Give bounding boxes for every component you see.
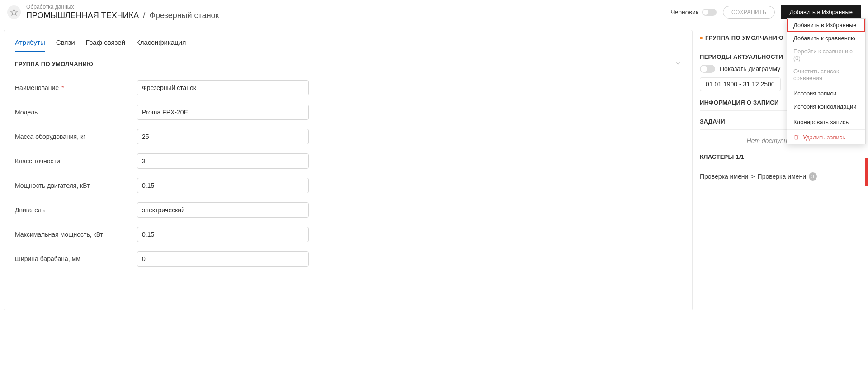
field-label: Класс точности — [15, 157, 137, 165]
field-input[interactable] — [137, 105, 309, 120]
field-label: Наименование * — [15, 84, 137, 91]
field-input[interactable] — [137, 227, 309, 242]
field-label: Ширина барабана, мм — [15, 255, 137, 262]
field-input[interactable] — [137, 80, 309, 95]
svg-marker-0 — [11, 9, 18, 15]
cluster-count-badge: 3 — [809, 172, 817, 181]
field-label: Максимальная мощность, кВт — [15, 231, 137, 238]
field-label: Масса оборудования, кг — [15, 133, 137, 140]
field-input[interactable] — [137, 202, 309, 218]
breadcrumb-current: Фрезерный станок — [149, 11, 219, 20]
period-chip[interactable]: 01.01.1900 - 31.12.2500 — [700, 77, 781, 91]
chevron-down-icon[interactable] — [675, 60, 681, 68]
field-label: Мощность двигателя, кВт — [15, 182, 137, 189]
draft-toggle[interactable] — [702, 9, 717, 16]
menu-item: Перейти к сравнению (0) — [787, 45, 865, 65]
right-edge-handle[interactable] — [865, 158, 868, 186]
menu-item[interactable]: Удалить запись — [787, 131, 865, 144]
group-title: ГРУППА ПО УМОЛЧАНИЮ — [15, 61, 93, 67]
side-clusters-title: КЛАСТЕРЫ 1/1 — [700, 153, 860, 160]
menu-item[interactable]: История записи — [787, 87, 865, 100]
menu-item[interactable]: Клонировать запись — [787, 115, 865, 129]
tab-Связи[interactable]: Связи — [56, 35, 75, 52]
breadcrumb-root-link[interactable]: ПРОМЫШЛЕННАЯ ТЕХНИКА — [26, 11, 139, 20]
save-button[interactable]: СОХРАНИТЬ — [723, 6, 775, 19]
favorite-star-button[interactable] — [7, 5, 21, 19]
field-input[interactable] — [137, 129, 309, 144]
show-diagram-label: Показать диаграмму — [720, 65, 780, 72]
menu-item[interactable]: История консолидации — [787, 100, 865, 113]
show-diagram-toggle[interactable] — [700, 65, 715, 73]
add-to-favorites-button[interactable]: Добавить в Избранные — [781, 5, 861, 19]
field-input[interactable] — [137, 153, 309, 169]
required-marker: * — [60, 84, 64, 91]
tabs: АтрибутыСвязиГраф связейКлассификация — [15, 35, 681, 52]
menu-item: Очистить список сравнения — [787, 65, 865, 85]
svg-rect-1 — [795, 136, 798, 139]
field-input[interactable] — [137, 178, 309, 193]
draft-label: Черновик — [670, 9, 698, 16]
trash-icon — [793, 134, 799, 140]
breadcrumb: ПРОМЫШЛЕННАЯ ТЕХНИКА / Фрезерный станок — [26, 11, 670, 20]
field-label: Двигатель — [15, 206, 137, 214]
menu-item[interactable]: Добавить в Избранные — [787, 19, 865, 32]
header-subtitle: Обработка данных — [26, 4, 670, 10]
tab-Атрибуты[interactable]: Атрибуты — [15, 35, 45, 52]
field-input[interactable] — [137, 251, 309, 267]
cluster-item[interactable]: Проверка имени > Проверка имени 3 — [700, 172, 860, 181]
field-label: Модель — [15, 109, 137, 116]
star-icon — [10, 8, 18, 16]
tab-Классификация[interactable]: Классификация — [136, 35, 186, 52]
actions-dropdown-menu: Добавить в ИзбранныеДобавить к сравнению… — [787, 18, 866, 144]
menu-item[interactable]: Добавить к сравнению — [787, 32, 865, 45]
tab-Граф связей[interactable]: Граф связей — [86, 35, 125, 52]
